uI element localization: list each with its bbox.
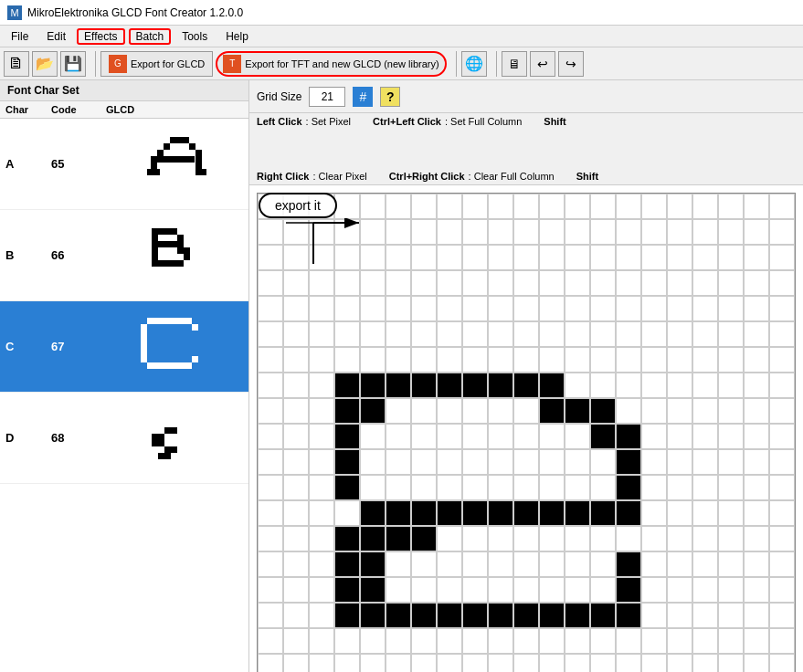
- help-icon[interactable]: ?: [380, 87, 400, 107]
- grid-cell[interactable]: [462, 551, 488, 577]
- grid-cell[interactable]: [258, 270, 283, 296]
- grid-cell[interactable]: [590, 398, 616, 424]
- menu-tools[interactable]: Tools: [174, 28, 215, 45]
- grid-cell[interactable]: [769, 219, 795, 245]
- redo-button[interactable]: ↪: [558, 51, 584, 77]
- grid-cell[interactable]: [513, 296, 539, 321]
- grid-cell[interactable]: [386, 398, 411, 424]
- grid-cell[interactable]: [718, 347, 744, 373]
- grid-cell[interactable]: [437, 551, 462, 577]
- grid-cell[interactable]: [565, 194, 590, 219]
- grid-cell[interactable]: [667, 424, 692, 449]
- grid-cell[interactable]: [590, 424, 616, 449]
- grid-cell[interactable]: [667, 398, 692, 424]
- grid-cell[interactable]: [744, 270, 769, 296]
- grid-cell[interactable]: [334, 654, 360, 672]
- grid-cell[interactable]: [258, 449, 283, 475]
- grid-cell[interactable]: [462, 654, 488, 672]
- grid-cell[interactable]: [360, 628, 386, 654]
- grid-cell[interactable]: [718, 526, 744, 551]
- grid-cell[interactable]: [360, 449, 386, 475]
- grid-cell[interactable]: [539, 373, 565, 398]
- grid-cell[interactable]: [718, 398, 744, 424]
- grid-cell[interactable]: [309, 194, 334, 219]
- grid-cell[interactable]: [462, 219, 488, 245]
- grid-cell[interactable]: [539, 577, 565, 603]
- grid-cell[interactable]: [411, 373, 437, 398]
- grid-cell[interactable]: [641, 475, 667, 500]
- grid-cell[interactable]: [334, 398, 360, 424]
- grid-cell[interactable]: [744, 424, 769, 449]
- grid-cell[interactable]: [283, 398, 309, 424]
- grid-cell[interactable]: [667, 194, 692, 219]
- grid-cell[interactable]: [411, 526, 437, 551]
- grid-cell[interactable]: [667, 296, 692, 321]
- grid-cell[interactable]: [590, 270, 616, 296]
- grid-cell[interactable]: [565, 654, 590, 672]
- grid-cell[interactable]: [513, 245, 539, 270]
- grid-cell[interactable]: [309, 347, 334, 373]
- grid-cell[interactable]: [334, 449, 360, 475]
- grid-cell[interactable]: [692, 296, 718, 321]
- grid-cell[interactable]: [283, 526, 309, 551]
- grid-icon[interactable]: #: [353, 87, 373, 107]
- grid-cell[interactable]: [309, 526, 334, 551]
- grid-cell[interactable]: [539, 424, 565, 449]
- grid-cell[interactable]: [283, 347, 309, 373]
- grid-cell[interactable]: [744, 321, 769, 347]
- grid-cell[interactable]: [283, 603, 309, 628]
- grid-cell[interactable]: [462, 475, 488, 500]
- grid-cell[interactable]: [718, 245, 744, 270]
- grid-cell[interactable]: [462, 321, 488, 347]
- grid-cell[interactable]: [565, 424, 590, 449]
- grid-cell[interactable]: [692, 398, 718, 424]
- grid-cell[interactable]: [539, 603, 565, 628]
- grid-cell[interactable]: [386, 296, 411, 321]
- grid-cell[interactable]: [539, 321, 565, 347]
- grid-cell[interactable]: [462, 500, 488, 526]
- grid-cell[interactable]: [769, 500, 795, 526]
- grid-cell[interactable]: [641, 628, 667, 654]
- grid-cell[interactable]: [718, 194, 744, 219]
- grid-cell[interactable]: [462, 398, 488, 424]
- web-button[interactable]: 🌐: [461, 51, 487, 77]
- grid-cell[interactable]: [513, 270, 539, 296]
- grid-cell[interactable]: [590, 321, 616, 347]
- grid-cell[interactable]: [360, 526, 386, 551]
- grid-cell[interactable]: [258, 577, 283, 603]
- grid-cell[interactable]: [641, 321, 667, 347]
- grid-cell[interactable]: [539, 500, 565, 526]
- grid-cell[interactable]: [565, 526, 590, 551]
- grid-cell[interactable]: [692, 424, 718, 449]
- grid-cell[interactable]: [462, 347, 488, 373]
- grid-cell[interactable]: [565, 551, 590, 577]
- grid-cell[interactable]: [718, 603, 744, 628]
- grid-cell[interactable]: [334, 321, 360, 347]
- grid-cell[interactable]: [309, 449, 334, 475]
- grid-cell[interactable]: [360, 245, 386, 270]
- grid-cell[interactable]: [667, 321, 692, 347]
- grid-cell[interactable]: [488, 577, 513, 603]
- grid-cell[interactable]: [437, 424, 462, 449]
- grid-cell[interactable]: [718, 577, 744, 603]
- grid-cell[interactable]: [334, 424, 360, 449]
- grid-cell[interactable]: [488, 296, 513, 321]
- grid-cell[interactable]: [411, 321, 437, 347]
- grid-cell[interactable]: [590, 577, 616, 603]
- grid-cell[interactable]: [616, 270, 641, 296]
- grid-cell[interactable]: [283, 194, 309, 219]
- grid-cell[interactable]: [360, 577, 386, 603]
- grid-cell[interactable]: [437, 296, 462, 321]
- grid-cell[interactable]: [386, 194, 411, 219]
- extra-btn-1[interactable]: 🖥: [502, 51, 527, 77]
- save-button[interactable]: 💾: [60, 51, 86, 77]
- grid-cell[interactable]: [283, 551, 309, 577]
- grid-cell[interactable]: [411, 194, 437, 219]
- grid-cell[interactable]: [283, 270, 309, 296]
- grid-cell[interactable]: [334, 551, 360, 577]
- grid-cell[interactable]: [616, 321, 641, 347]
- grid-cell[interactable]: [360, 347, 386, 373]
- grid-cell[interactable]: [667, 526, 692, 551]
- grid-cell[interactable]: [692, 628, 718, 654]
- grid-cell[interactable]: [616, 424, 641, 449]
